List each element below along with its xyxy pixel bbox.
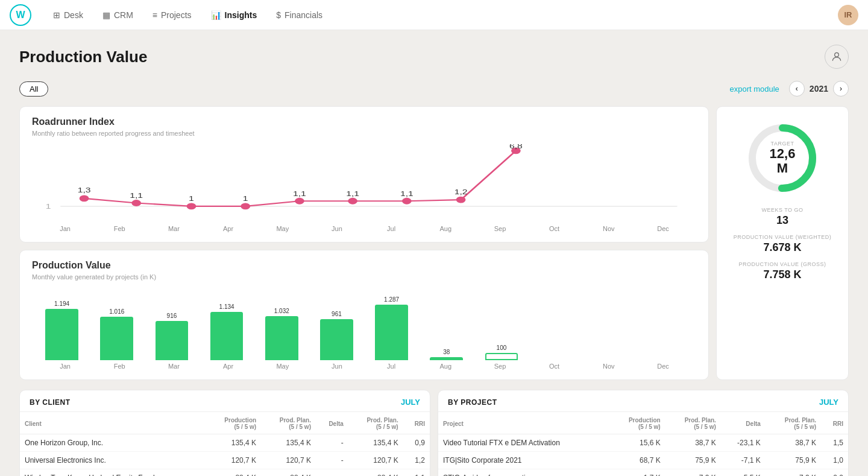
nav-item-financials[interactable]: $ Financials xyxy=(269,7,330,24)
by-client-title: BY CLIENT xyxy=(30,398,71,407)
bar-chart: 1.194 1.016 916 1.134 xyxy=(32,288,696,360)
svg-point-6 xyxy=(241,203,250,210)
export-link[interactable]: export module xyxy=(729,84,779,94)
svg-point-8 xyxy=(348,198,357,205)
svg-text:1: 1 xyxy=(46,203,51,211)
by-project-table: BY PROJECT JULY Project Production(5 / 5… xyxy=(438,390,849,476)
by-project-title: BY PROJECT xyxy=(448,398,497,407)
by-project-header: BY PROJECT JULY xyxy=(438,390,848,412)
table-row: One Horizon Group, Inc. 135,4 K 135,4 K … xyxy=(20,434,430,452)
prod-weighted-label: PRODUCTION VALUE (WEIGHTED) xyxy=(726,234,838,240)
col-prod-plan2: Prod. Plan.(5 / 5 w) xyxy=(348,412,403,434)
col-delta-p: Delta xyxy=(721,412,766,434)
col-rri-p: RRI xyxy=(821,412,848,434)
svg-point-4 xyxy=(131,200,141,206)
stats-block: WEEKS TO GO 13 PRODUCTION VALUE (WEIGHTE… xyxy=(726,207,838,281)
prod-gross-stat: PRODUCTION VALUE (GROSS) 7.758 K xyxy=(726,261,838,281)
svg-text:1,3: 1,3 xyxy=(78,187,91,194)
bar-oct xyxy=(529,358,584,360)
client-data-table: Client Production(5 / 5 w) Prod. Plan.(5… xyxy=(20,412,430,476)
svg-point-5 xyxy=(187,203,197,210)
table-row: ITG|Sito Corporate 2021 68,7 K 75,9 K -7… xyxy=(438,452,848,469)
charts-area: Roadrunner Index Monthly ratio between r… xyxy=(19,106,709,380)
col-prod-plan2-p: Prod. Plan.(5 / 5 w) xyxy=(766,412,821,434)
page-header: Production Value xyxy=(19,45,849,69)
nav-items: ⊞ Desk ▦ CRM ≡ Projects 📊 Insights $ Fin… xyxy=(46,7,838,24)
bar-jul: 1.287 xyxy=(364,296,419,360)
table-row: Universal Electronics Inc. 120,7 K 120,7… xyxy=(20,452,430,469)
roadrunner-chart: 1 1,3 xyxy=(32,144,696,223)
svg-text:6,8: 6,8 xyxy=(509,144,523,150)
roadrunner-card: Roadrunner Index Monthly ratio between r… xyxy=(19,106,709,243)
projects-icon: ≡ xyxy=(153,10,157,20)
production-value-card: Production Value Monthly value generated… xyxy=(19,250,709,380)
col-delta: Delta xyxy=(316,412,348,434)
bar-aug: 38 xyxy=(419,349,474,360)
tables-row: BY CLIENT JULY Client Production(5 / 5 w… xyxy=(19,390,849,476)
svg-point-0 xyxy=(835,52,839,57)
by-client-header: BY CLIENT JULY xyxy=(20,390,430,412)
bar-jun: 961 xyxy=(309,311,364,360)
table-row: WisdomTree Korea Hedged Equity Fund 88,4… xyxy=(20,469,430,477)
year-next-button[interactable]: › xyxy=(833,81,849,97)
crm-icon: ▦ xyxy=(102,10,110,20)
donut-chart: TARGET 12,6 M xyxy=(743,119,822,197)
project-data-table: Project Production(5 / 5 w) Prod. Plan.(… xyxy=(438,412,848,476)
col-production-p: Production(5 / 5 w) xyxy=(609,412,665,434)
nav-item-desk[interactable]: ⊞ Desk xyxy=(46,7,90,24)
filter-all-button[interactable]: All xyxy=(19,81,48,97)
svg-text:1,1: 1,1 xyxy=(346,190,359,197)
col-prod-plan: Prod. Plan.(5 / 5 w) xyxy=(261,412,316,434)
prod-gross-label: PRODUCTION VALUE (GROSS) xyxy=(726,261,838,267)
bar-apr: 1.134 xyxy=(200,303,254,360)
production-value-subtitle: Monthly value generated by projects (in … xyxy=(32,273,696,281)
desk-icon: ⊞ xyxy=(53,10,60,20)
svg-point-9 xyxy=(402,198,412,205)
bar-dec xyxy=(639,358,694,360)
bar-mar: 916 xyxy=(144,313,199,360)
col-prod-plan-p: Prod. Plan.(5 / 5 w) xyxy=(665,412,721,434)
nav-item-crm[interactable]: ▦ CRM xyxy=(95,7,140,24)
production-value-title: Production Value xyxy=(32,260,696,271)
navigation: W ⊞ Desk ▦ CRM ≡ Projects 📊 Insights $ F… xyxy=(0,0,868,30)
by-project-month: JULY xyxy=(819,398,838,407)
bar-sep: 100 xyxy=(474,344,529,360)
content-grid: Roadrunner Index Monthly ratio between r… xyxy=(19,106,849,380)
insights-icon: 📊 xyxy=(211,10,221,20)
col-client: Client xyxy=(20,412,206,434)
col-production: Production(5 / 5 w) xyxy=(206,412,262,434)
financials-icon: $ xyxy=(276,10,281,20)
year-prev-button[interactable]: ‹ xyxy=(789,81,805,97)
year-nav: ‹ 2021 › xyxy=(789,81,849,97)
person-icon[interactable] xyxy=(825,45,849,69)
col-rri: RRI xyxy=(403,412,430,434)
avatar[interactable]: IR xyxy=(838,5,858,25)
table-row: Video Tutorial FTX e DEM Activation 15,6… xyxy=(438,434,848,452)
nav-item-projects[interactable]: ≡ Projects xyxy=(145,7,199,24)
roadrunner-subtitle: Monthly ratio between reported progress … xyxy=(32,130,696,137)
app-logo[interactable]: W xyxy=(10,4,31,26)
svg-text:1: 1 xyxy=(243,195,248,203)
prod-weighted-value: 7.678 K xyxy=(726,241,838,254)
nav-item-insights[interactable]: 📊 Insights xyxy=(204,7,265,24)
bar-nov xyxy=(584,358,639,360)
svg-point-7 xyxy=(295,198,304,205)
svg-text:1,1: 1,1 xyxy=(293,190,306,197)
by-client-table: BY CLIENT JULY Client Production(5 / 5 w… xyxy=(19,390,430,476)
prod-weighted-stat: PRODUCTION VALUE (WEIGHTED) 7.678 K xyxy=(726,234,838,254)
weeks-to-go-stat: WEEKS TO GO 13 xyxy=(726,207,838,227)
bar-may: 1.032 xyxy=(254,308,309,360)
svg-text:1,2: 1,2 xyxy=(454,189,468,196)
main-content: Production Value All export module ‹ 202… xyxy=(0,30,868,476)
page-title: Production Value xyxy=(19,48,147,66)
col-project: Project xyxy=(438,412,609,434)
roadrunner-title: Roadrunner Index xyxy=(32,116,696,127)
bar-jan: 1.194 xyxy=(34,300,89,360)
by-client-month: JULY xyxy=(401,398,420,407)
table-row: STIG-A video for convention 1,7 K 7,2 K … xyxy=(438,469,848,477)
prod-gross-value: 7.758 K xyxy=(726,268,838,281)
svg-point-10 xyxy=(456,197,466,203)
weeks-to-go-label: WEEKS TO GO xyxy=(726,207,838,213)
production-x-labels: Jan Feb Mar Apr May Jun Jul Aug Sep Oct … xyxy=(32,363,696,370)
svg-point-3 xyxy=(80,195,89,202)
